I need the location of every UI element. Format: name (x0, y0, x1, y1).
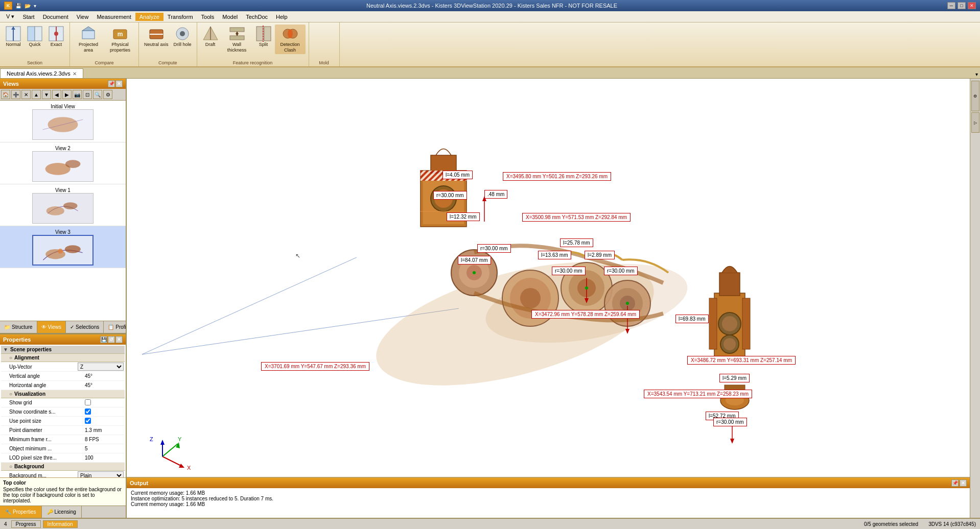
svg-marker-82 (585, 298, 589, 303)
main-tab[interactable]: Neutral Axis.views.2.3dvs ✕ (0, 68, 83, 78)
svg-rect-19 (230, 36, 244, 40)
left-panel-tabs: 📁 Structure 👁 Views ✓ Selections 📋 Profi… (0, 321, 126, 333)
output-pin-btn[interactable]: 📌 (951, 479, 959, 487)
views-tool-next[interactable]: ▶ (62, 90, 72, 99)
quick-access-save[interactable]: 💾 (15, 3, 21, 9)
views-tool-add[interactable]: ➕ (11, 90, 20, 99)
views-close-btn[interactable]: ✕ (115, 80, 123, 87)
views-tool-cam[interactable]: 📷 (73, 90, 82, 99)
right-panel-btn-2[interactable]: ▷ (971, 112, 979, 133)
svg-rect-78 (725, 385, 745, 393)
menu-transform[interactable]: Transform (164, 13, 197, 21)
views-tab[interactable]: 👁 Views (37, 321, 66, 333)
prop-upvector-value[interactable]: ZXY (76, 363, 124, 371)
licensing-tab-icon: 🔑 (47, 509, 53, 515)
view-item-1[interactable]: View 1 (0, 184, 126, 226)
svg-rect-18 (230, 28, 244, 32)
neutral-axis-btn[interactable]: Neutral axis (142, 25, 171, 49)
wall-thickness-btn[interactable]: Wall thickness (222, 25, 252, 54)
information-btn[interactable]: Information (43, 520, 78, 528)
projected-area-btn[interactable]: Projected area (73, 25, 104, 54)
minimize-button[interactable]: ─ (947, 2, 955, 9)
show-coords-checkbox[interactable] (85, 408, 91, 415)
output-panel-header: Output 📌 ✕ (127, 478, 970, 488)
prop-bg-mode-name: Background m... (9, 473, 76, 478)
prop-horizontal-angle: Horizontal angle 45° (1, 381, 125, 390)
structure-tab[interactable]: 📁 Structure (0, 321, 37, 333)
normal-btn[interactable]: Normal (3, 25, 24, 49)
viewport[interactable]: X Y Z l=4.05 mm r=30.00 mm .48 mm l=12.3… (127, 79, 970, 518)
use-pointsize-checkbox[interactable] (85, 418, 91, 424)
prop-show-coords-value[interactable] (83, 408, 124, 416)
views-tool-up[interactable]: ▲ (32, 90, 41, 99)
views-tool-filter[interactable]: 🔍 (93, 90, 102, 99)
views-tool-delete[interactable]: ✕ (21, 90, 31, 99)
profiles-tab[interactable]: 📋 Profiles (104, 321, 126, 333)
selections-tab[interactable]: ✓ Selections (66, 321, 104, 333)
menu-document[interactable]: Document (39, 13, 73, 21)
bg-mode-select[interactable]: PlainGradientImage (78, 471, 124, 477)
menu-model[interactable]: Model (218, 13, 242, 21)
view-item-3[interactable]: View 3 (0, 226, 126, 268)
prop-bg-mode-value[interactable]: PlainGradientImage (76, 471, 124, 477)
prop-point-diameter: Point diameter 1.3 mm (1, 426, 125, 435)
wall-thickness-icon (229, 26, 245, 42)
visualization-header[interactable]: ○ Visualization (1, 390, 125, 398)
close-button[interactable]: ✕ (968, 2, 976, 9)
svg-point-34 (65, 160, 80, 168)
background-header[interactable]: ○ Background (1, 463, 125, 471)
draft-btn[interactable]: Draft (200, 25, 221, 54)
output-close-btn[interactable]: ✕ (960, 479, 967, 487)
props-close-btn[interactable]: ✕ (115, 336, 123, 343)
alignment-label: Alignment (14, 355, 39, 360)
ribbon-group-mold: Mold (309, 22, 340, 66)
coord-label-4: X=3701.69 mm Y=547.67 mm Z=293.36 mm (261, 362, 369, 371)
drill-hole-btn[interactable]: Drill hole (172, 25, 194, 49)
view-item-2[interactable]: View 2 (0, 142, 126, 184)
maximize-button[interactable]: □ (958, 2, 966, 9)
view-label-initial: Initial View (51, 104, 75, 109)
tab-expand-btn[interactable]: ▾ (973, 70, 980, 78)
views-tool-prev[interactable]: ◀ (52, 90, 61, 99)
prop-show-grid-value[interactable] (83, 399, 124, 406)
views-tool-new[interactable]: 🏠 (1, 90, 10, 99)
menu-measurement[interactable]: Measurement (92, 13, 135, 21)
view-item-initial[interactable]: Initial View (0, 101, 126, 142)
svg-point-73 (722, 316, 737, 331)
menu-help[interactable]: Help (272, 13, 292, 21)
properties-tab[interactable]: 🔧 Properties (0, 506, 42, 518)
scene-properties-header[interactable]: ▼ Scene properties (1, 346, 125, 354)
views-pin-btn[interactable]: 📌 (108, 80, 115, 87)
licensing-tab[interactable]: 🔑 Licensing (42, 506, 82, 518)
menu-analyze[interactable]: Analyze (135, 13, 164, 21)
views-tool-fit[interactable]: ⊡ (83, 90, 92, 99)
progress-btn[interactable]: Progress (11, 520, 41, 528)
right-panel-btn-1[interactable]: ⚙ (971, 81, 979, 111)
views-tool-down[interactable]: ▼ (42, 90, 51, 99)
annotation-r3000-2: r=30.00 mm (477, 244, 511, 253)
quick-access-open[interactable]: 📂 (25, 3, 31, 9)
quick-btn[interactable]: Quick (25, 25, 45, 49)
svg-point-87 (473, 271, 476, 274)
split-btn[interactable]: Split (253, 25, 274, 54)
menu-v[interactable]: V ▾ (2, 12, 18, 21)
detection-clash-btn[interactable]: Detection Clash (275, 25, 306, 54)
exact-btn[interactable]: Exact (46, 25, 66, 49)
views-tool-options[interactable]: ⚙ (103, 90, 112, 99)
menu-techdoc[interactable]: TechDoc (242, 13, 272, 21)
output-content: Current memory usage: 1.66 MB Instance o… (127, 488, 970, 518)
prop-use-pointsize-value[interactable] (83, 418, 124, 425)
drill-hole-label: Drill hole (174, 42, 192, 47)
tab-close-btn[interactable]: ✕ (73, 71, 77, 77)
menu-start[interactable]: Start (18, 13, 38, 21)
menu-view[interactable]: View (73, 13, 93, 21)
menu-tools[interactable]: Tools (197, 13, 219, 21)
view-thumbnail-initial (32, 109, 94, 140)
alignment-header[interactable]: ○ Alignment (1, 354, 125, 362)
show-grid-checkbox[interactable] (85, 399, 91, 405)
upvector-select[interactable]: ZXY (78, 363, 124, 371)
prop-use-pointsize-name: Use point size (9, 418, 83, 424)
props-save-btn[interactable]: 💾 (100, 336, 107, 343)
physical-properties-btn[interactable]: m Physical properties (105, 25, 135, 54)
props-reset-btn[interactable]: ↺ (108, 336, 115, 343)
